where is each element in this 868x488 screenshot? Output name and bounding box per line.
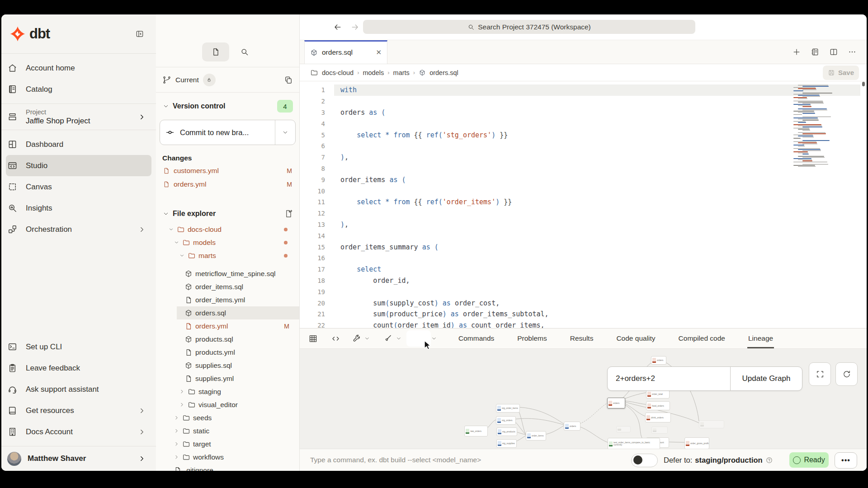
- commit-dropdown-button[interactable]: [275, 120, 295, 145]
- files-view-button[interactable]: [202, 42, 229, 61]
- lineage-node-stg-supplies[interactable]: stg_supplies: [496, 439, 517, 448]
- panel-tab-results[interactable]: Results: [569, 328, 594, 348]
- tree-item-order-items-sql[interactable]: order_items.sql: [156, 280, 299, 293]
- lineage-node-stg-orders[interactable]: stg_orders: [496, 416, 516, 425]
- format-button[interactable]: [383, 334, 393, 343]
- tree-item-models[interactable]: models: [156, 236, 299, 249]
- breadcrumb-segment[interactable]: models: [363, 69, 384, 76]
- lineage-node-orders[interactable]: orders: [564, 422, 580, 431]
- sidebar-item-orchestration[interactable]: Orchestration: [6, 219, 151, 240]
- sidebar-item-get-resources[interactable]: Get resources: [6, 400, 151, 421]
- changed-file-customers-yml[interactable]: customers.ymlM: [156, 164, 299, 178]
- panel-tab-problems[interactable]: Problems: [516, 328, 547, 348]
- collapse-sidebar-button[interactable]: [135, 29, 144, 38]
- sidebar-item-dashboard[interactable]: Dashboard: [6, 134, 151, 155]
- lineage-node-orders[interactable]: orders: [651, 356, 666, 365]
- lineage-node-raw-orders[interactable]: raw_orders: [464, 426, 488, 436]
- code-editor[interactable]: 12345678910111213141516171819202122 with…: [300, 81, 867, 328]
- sidebar-item-catalog[interactable]: Catalog: [6, 79, 151, 100]
- panel-tab-compiled-code[interactable]: Compiled code: [678, 328, 726, 348]
- lineage-node[interactable]: [651, 427, 668, 434]
- lineage-node[interactable]: [699, 420, 724, 428]
- tree-item-products-yml[interactable]: products.yml: [156, 346, 299, 359]
- sidebar-item-canvas[interactable]: Canvas: [6, 176, 151, 197]
- changed-file-orders-yml[interactable]: orders.ymlM: [156, 178, 299, 191]
- save-button[interactable]: Save: [823, 66, 859, 80]
- search-files-button[interactable]: [236, 42, 254, 61]
- panel-tab-lineage[interactable]: Lineage: [747, 328, 774, 348]
- lineage-node-food-orders[interactable]: food_orders: [646, 401, 670, 410]
- minimap[interactable]: [793, 84, 837, 166]
- sidebar-item-account-home[interactable]: Account home: [6, 57, 151, 79]
- tree-item-gitignore[interactable]: .gitignore: [156, 464, 299, 471]
- tree-item-marts[interactable]: marts: [156, 249, 299, 262]
- command-more-button[interactable]: •••: [835, 452, 857, 469]
- refresh-graph-button[interactable]: [835, 362, 858, 386]
- fullscreen-button[interactable]: [809, 362, 831, 386]
- version-control-header[interactable]: Version control 4: [156, 93, 299, 115]
- lineage-node-stg-order-items[interactable]: stg_order_items: [496, 404, 520, 413]
- new-tab-button[interactable]: [792, 47, 801, 56]
- sidebar-item-studio[interactable]: Studio: [6, 155, 151, 176]
- lineage-selector-input[interactable]: 2+orders+2: [608, 367, 730, 390]
- lineage-node-order-items[interactable]: order_items: [526, 431, 546, 441]
- lineage-node-drink-orders[interactable]: drink_orders: [645, 413, 671, 422]
- compile-code-button[interactable]: [331, 334, 340, 343]
- tree-item-supplies-sql[interactable]: supplies.sql: [156, 359, 299, 372]
- build-dropdown-icon[interactable]: [364, 335, 370, 342]
- forward-button[interactable]: [349, 21, 361, 33]
- panel-tab-code-quality[interactable]: Code quality: [615, 328, 656, 348]
- copy-icon[interactable]: [284, 75, 293, 84]
- tree-item-orders-yml[interactable]: orders.ymlM: [156, 319, 299, 333]
- tree-item-metricflow-time-spine-sql[interactable]: metricflow_time_spine.sql: [156, 267, 299, 280]
- lineage-node-order-total[interactable]: order_total: [646, 390, 670, 399]
- lineage-node-test-order-items-compare-to-basic-currently[interactable]: test_order_items_compare_to_basic curren…: [608, 438, 660, 449]
- tree-item-seeds[interactable]: seeds: [156, 411, 299, 424]
- split-editor-button[interactable]: [829, 47, 838, 56]
- build-button[interactable]: [352, 334, 361, 343]
- close-tab-icon[interactable]: ✕: [376, 48, 382, 56]
- tree-item-order-items-yml[interactable]: order_items.yml: [156, 293, 299, 306]
- sidebar-item-leave-feedback[interactable]: Leave feedback: [6, 357, 151, 379]
- breadcrumb-file[interactable]: orders.sql: [429, 69, 458, 76]
- format-dropdown-icon[interactable]: [396, 335, 402, 342]
- tab-orders-sql[interactable]: orders.sql ✕: [304, 40, 387, 64]
- new-file-icon[interactable]: [284, 209, 293, 218]
- panel-tab-commands[interactable]: Commands: [458, 328, 495, 348]
- tree-item-static[interactable]: static: [156, 424, 299, 437]
- defer-toggle[interactable]: [631, 454, 658, 467]
- sidebar-item-docs-account[interactable]: Docs Account: [6, 421, 151, 442]
- tree-item-visual-editor[interactable]: visual_editor: [156, 398, 299, 411]
- breadcrumb-segment[interactable]: docs-cloud: [322, 69, 354, 76]
- sidebar-item-ask-support-assistant[interactable]: Ask support assistant: [6, 379, 151, 400]
- update-graph-button[interactable]: Update Graph: [730, 367, 802, 390]
- command-bar[interactable]: Type a command, ex. dbt build --select <…: [300, 449, 867, 471]
- sidebar-project-switcher[interactable]: Project Jaffle Shop Project: [6, 104, 151, 130]
- lineage-canvas[interactable]: raw_ordersstg_order_itemsstg_ordersstg_p…: [300, 349, 867, 449]
- tree-item-workflows[interactable]: workflows: [156, 450, 299, 464]
- preview-table-button[interactable]: [308, 334, 318, 343]
- editor-more-button[interactable]: [848, 47, 857, 56]
- help-icon[interactable]: [765, 456, 773, 464]
- outline-button[interactable]: [811, 47, 820, 56]
- lineage-node-stg-products[interactable]: stg_products: [496, 427, 517, 436]
- commit-button[interactable]: Commit to new bra...: [160, 120, 296, 145]
- tree-item-orders-sql[interactable]: orders.sql: [156, 306, 299, 319]
- breadcrumb-segment[interactable]: marts: [393, 69, 410, 76]
- lineage-node-orders[interactable]: orders: [607, 398, 625, 408]
- tree-item-supplies-yml[interactable]: supplies.yml: [156, 372, 299, 385]
- user-menu[interactable]: Matthew Shaver: [6, 446, 151, 471]
- lineage-node-order-gross-profit[interactable]: order_gross_profit: [684, 437, 709, 449]
- tree-item-target[interactable]: target: [156, 437, 299, 450]
- file-explorer-header[interactable]: File explorer: [156, 202, 299, 221]
- back-button[interactable]: [331, 21, 344, 33]
- project-search-bar[interactable]: Search Project 372475 (Workspace): [363, 20, 695, 34]
- sidebar-item-insights[interactable]: Insights: [6, 197, 151, 219]
- tree-item-docs-cloud[interactable]: docs-cloud: [156, 223, 299, 236]
- ai-dropdown-icon[interactable]: [431, 335, 437, 342]
- sidebar-item-set-up-cli[interactable]: Set up CLI: [6, 336, 151, 357]
- tree-item-staging[interactable]: staging: [156, 385, 299, 398]
- lineage-node[interactable]: [616, 426, 631, 432]
- editor-scrollbar[interactable]: [862, 82, 865, 86]
- tree-item-products-sql[interactable]: products.sql: [156, 333, 299, 346]
